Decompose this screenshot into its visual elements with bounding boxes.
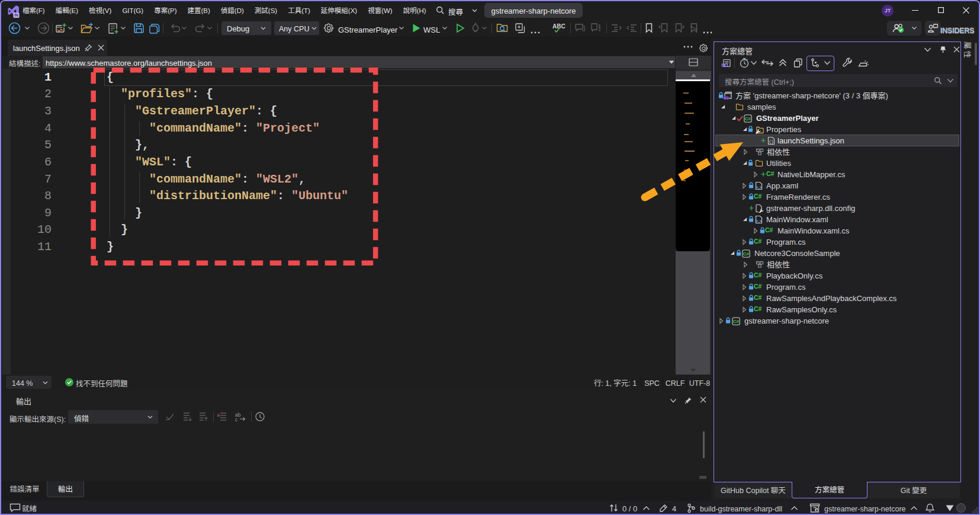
svg-text:{}: {} [769,139,773,144]
svg-text:C#: C# [745,116,751,121]
svg-text:ABC: ABC [552,23,565,30]
svg-text:C#: C# [733,318,740,324]
svg-text:C#: C# [743,251,750,256]
